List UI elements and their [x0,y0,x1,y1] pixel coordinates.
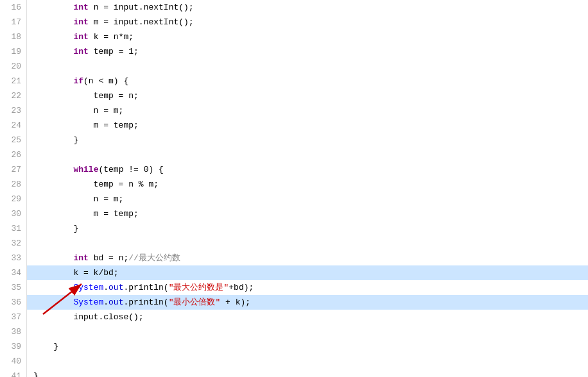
code-area[interactable]: int n = input.nextInt(); int m = input.n… [27,0,588,377]
code-line-17: int m = input.nextInt(); [27,15,588,29]
ln-24: 24 [0,118,26,133]
code-line-41: } [27,369,588,377]
code-line-39: } [27,339,588,354]
code-line-40 [27,354,588,369]
ln-29: 29 [0,192,26,206]
ln-41: 41 [0,369,26,377]
code-line-32 [27,236,588,251]
ln-18: 18 [0,29,26,44]
ln-20: 20 [0,59,26,74]
code-line-35: System.out.println("最大公约数是"+bd); [27,280,588,295]
code-line-37: input.close(); [27,310,588,324]
code-line-21: if(n < m) { [27,74,588,88]
ln-40: 40 [0,354,26,369]
code-line-30: m = temp; [27,206,588,221]
code-line-33: int bd = n;//最大公约数 [27,251,588,265]
ln-34: 34 [0,265,26,280]
code-line-16: int n = input.nextInt(); [27,0,588,15]
code-line-26 [27,147,588,162]
line-numbers: 16 17 18 19 20 21 22 23 24 25 26 27 28 2… [0,0,27,377]
code-line-29: n = m; [27,192,588,206]
ln-26: 26 [0,147,26,162]
code-line-25: } [27,133,588,147]
ln-21: 21 [0,74,26,88]
ln-27: 27 [0,162,26,177]
ln-19: 19 [0,44,26,59]
ln-22: 22 [0,88,26,103]
code-line-38 [27,324,588,339]
code-line-31: } [27,221,588,236]
code-line-19: int temp = 1; [27,44,588,59]
ln-17: 17 [0,15,26,29]
code-editor: 16 17 18 19 20 21 22 23 24 25 26 27 28 2… [0,0,588,377]
ln-36: 36 [0,295,26,310]
ln-33: 33 [0,251,26,265]
code-line-28: temp = n % m; [27,177,588,192]
ln-39: 39 [0,339,26,354]
ln-16: 16 [0,0,26,15]
ln-37: 37 [0,310,26,324]
code-line-36: System.out.println("最小公倍数" + k); [27,295,588,310]
code-line-24: m = temp; [27,118,588,133]
ln-38: 38 [0,324,26,339]
ln-28: 28 [0,177,26,192]
ln-23: 23 [0,103,26,118]
code-line-23: n = m; [27,103,588,118]
ln-32: 32 [0,236,26,251]
code-line-34: k = k/bd; [27,265,588,280]
code-line-18: int k = n*m; [27,29,588,44]
ln-31: 31 [0,221,26,236]
ln-30: 30 [0,206,26,221]
code-line-22: temp = n; [27,88,588,103]
ln-25: 25 [0,133,26,147]
ln-35: 35 [0,280,26,295]
code-line-20 [27,59,588,74]
code-line-27: while(temp != 0) { [27,162,588,177]
